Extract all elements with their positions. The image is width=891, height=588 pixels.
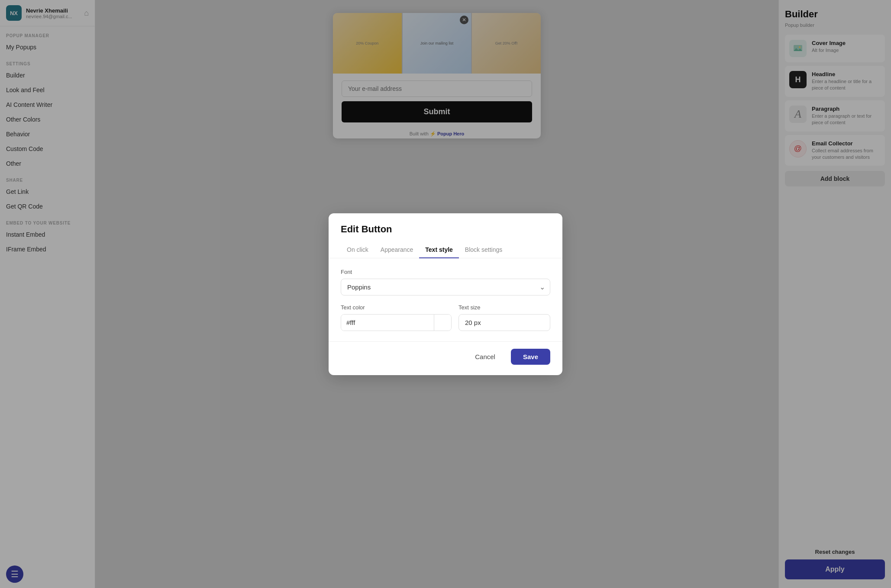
color-swatch[interactable]	[434, 315, 451, 331]
tab-appearance[interactable]: Appearance	[374, 242, 420, 258]
modal-footer: Cancel Save	[329, 341, 562, 375]
modal-tabs: On click Appearance Text style Block set…	[329, 235, 562, 258]
text-color-input-wrapper	[341, 314, 452, 331]
tab-on-click[interactable]: On click	[341, 242, 374, 258]
text-color-input[interactable]	[341, 315, 434, 331]
text-color-label: Text color	[341, 304, 452, 311]
cancel-button[interactable]: Cancel	[465, 349, 506, 365]
modal-body: Font Poppins Roboto Open Sans Lato Monts…	[329, 258, 562, 341]
tab-text-style[interactable]: Text style	[419, 242, 459, 258]
font-label: Font	[341, 269, 550, 275]
font-select[interactable]: Poppins Roboto Open Sans Lato Montserrat	[341, 279, 550, 296]
tab-block-settings[interactable]: Block settings	[459, 242, 508, 258]
text-size-col: Text size	[458, 304, 550, 331]
text-size-input[interactable]	[458, 314, 550, 331]
save-button[interactable]: Save	[511, 349, 550, 365]
edit-button-modal: Edit Button On click Appearance Text sty…	[329, 213, 562, 375]
font-select-wrapper: Poppins Roboto Open Sans Lato Montserrat…	[341, 279, 550, 296]
modal-overlay[interactable]: Edit Button On click Appearance Text sty…	[0, 0, 891, 588]
text-color-col: Text color	[341, 304, 452, 331]
modal-title: Edit Button	[329, 213, 562, 235]
text-color-size-row: Text color Text size	[341, 304, 550, 331]
text-size-label: Text size	[458, 304, 550, 311]
